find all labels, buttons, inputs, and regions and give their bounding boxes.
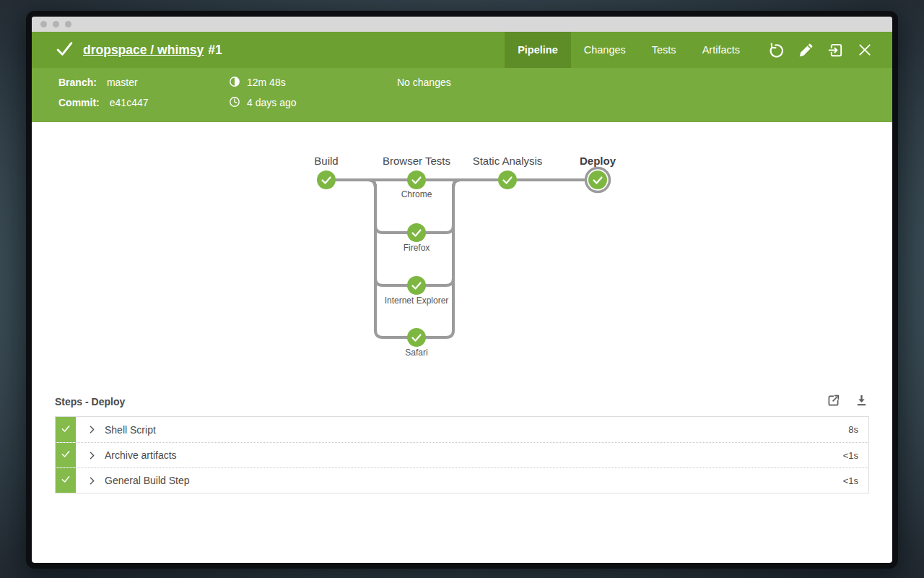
node-chrome[interactable] <box>407 171 426 189</box>
stage-label-browser-tests: Browser Tests <box>383 155 450 167</box>
branch-label: Branch: <box>58 77 97 88</box>
stage-label-static-analysis: Static Analysis <box>473 155 543 167</box>
success-check-icon <box>56 40 74 61</box>
close-icon <box>858 43 872 57</box>
check-icon <box>60 448 71 462</box>
step-row-main: General Build Step <1s <box>76 468 868 493</box>
chevron-right-icon <box>87 450 97 461</box>
parallel-label-chrome: Chrome <box>401 189 432 199</box>
branch-info: Branch: master <box>58 75 138 90</box>
changes-info: No changes <box>397 75 451 90</box>
completed-info: 4 days ago <box>228 95 297 110</box>
window-zoom-button[interactable] <box>65 21 71 27</box>
step-row-shell-script[interactable]: Shell Script 8s <box>56 417 868 442</box>
step-row-general-build-step[interactable]: General Build Step <1s <box>56 467 868 493</box>
download-log-button[interactable] <box>853 394 869 410</box>
run-header: dropspace / whimsy#1 Pipeline Changes Te… <box>32 32 892 68</box>
check-icon <box>60 473 71 488</box>
step-row-main: Shell Script 8s <box>76 417 868 442</box>
parallel-label-internet-explorer: Internet Explorer <box>385 296 449 306</box>
stage-label-deploy: Deploy <box>580 155 616 167</box>
tab-artifacts[interactable]: Artifacts <box>689 32 753 68</box>
duration-info: 12m 48s <box>228 75 286 90</box>
steps-table: Shell Script 8s <box>55 416 869 493</box>
step-label: Shell Script <box>105 424 156 436</box>
pencil-icon <box>798 43 814 58</box>
step-row-archive-artifacts[interactable]: Archive artifacts <1s <box>56 442 868 467</box>
chevron-right-icon <box>87 424 97 435</box>
duration-value: 12m 48s <box>247 77 286 88</box>
open-log-button[interactable] <box>825 394 841 410</box>
header-spacer <box>222 32 505 68</box>
timer-icon <box>228 75 241 90</box>
commit-info: Commit: e41c447 <box>58 95 149 110</box>
step-label: Archive artifacts <box>105 449 177 461</box>
step-status-cell <box>56 443 76 467</box>
step-row-main: Archive artifacts <1s <box>76 443 868 467</box>
window-titlebar <box>32 17 892 32</box>
commit-value: e41c447 <box>110 97 149 108</box>
run-info-bar: Branch: master Commit: e41c447 12m 48s <box>32 68 892 122</box>
steps-header: Steps - Deploy <box>55 392 869 411</box>
steps-heading: Steps - Deploy <box>55 396 125 407</box>
branch-value: master <box>107 77 138 88</box>
parallel-label-safari: Safari <box>405 348 427 358</box>
run-header-left: dropspace / whimsy#1 <box>32 32 222 68</box>
step-duration: <1s <box>843 450 858 461</box>
step-duration: <1s <box>843 475 858 486</box>
step-label: General Build Step <box>105 475 190 486</box>
step-duration: 8s <box>848 424 858 435</box>
completed-ago-value: 4 days ago <box>247 97 297 108</box>
step-status-cell <box>56 468 76 493</box>
tab-tests[interactable]: Tests <box>639 32 689 68</box>
steps-panel: Steps - Deploy <box>55 392 869 493</box>
node-deploy-selected[interactable] <box>586 168 610 192</box>
rerun-button[interactable] <box>766 40 786 60</box>
clock-icon <box>228 95 241 111</box>
node-internet-explorer[interactable] <box>407 276 426 295</box>
check-icon <box>60 423 71 437</box>
pipeline-graph: Build Browser Tests Static Analysis Depl… <box>32 122 892 371</box>
stage-label-build: Build <box>314 155 338 167</box>
parallel-label-firefox: Firefox <box>404 243 430 253</box>
node-firefox[interactable] <box>407 223 426 242</box>
download-icon <box>854 393 869 411</box>
external-link-icon <box>826 393 841 411</box>
graph-edges <box>326 180 598 337</box>
window-minimize-button[interactable] <box>53 21 59 27</box>
run-title: dropspace / whimsy#1 <box>83 43 222 58</box>
desktop-background: dropspace / whimsy#1 Pipeline Changes Te… <box>0 0 924 578</box>
pipeline-content: Build Browser Tests Static Analysis Depl… <box>32 122 892 559</box>
chevron-right-icon <box>87 475 97 486</box>
build-number: #1 <box>208 43 222 57</box>
node-build[interactable] <box>317 171 336 189</box>
edit-button[interactable] <box>796 40 816 60</box>
pipeline-name-link[interactable]: dropspace / whimsy <box>83 43 204 57</box>
header-actions <box>753 32 892 68</box>
rotate-left-icon <box>768 42 785 59</box>
node-safari[interactable] <box>407 328 426 347</box>
tab-changes[interactable]: Changes <box>571 32 639 68</box>
tab-pipeline[interactable]: Pipeline <box>505 32 571 68</box>
app-window: dropspace / whimsy#1 Pipeline Changes Te… <box>26 11 898 569</box>
close-run-button[interactable] <box>855 40 875 60</box>
open-classic-button[interactable] <box>825 40 845 60</box>
node-static-analysis[interactable] <box>498 171 517 189</box>
window-close-button[interactable] <box>40 21 47 27</box>
steps-header-actions <box>825 394 869 410</box>
changes-value: No changes <box>397 77 451 88</box>
tab-bar: Pipeline Changes Tests Artifacts <box>505 32 753 68</box>
step-status-cell <box>56 417 76 442</box>
exit-icon <box>827 42 844 59</box>
commit-label: Commit: <box>58 97 100 108</box>
